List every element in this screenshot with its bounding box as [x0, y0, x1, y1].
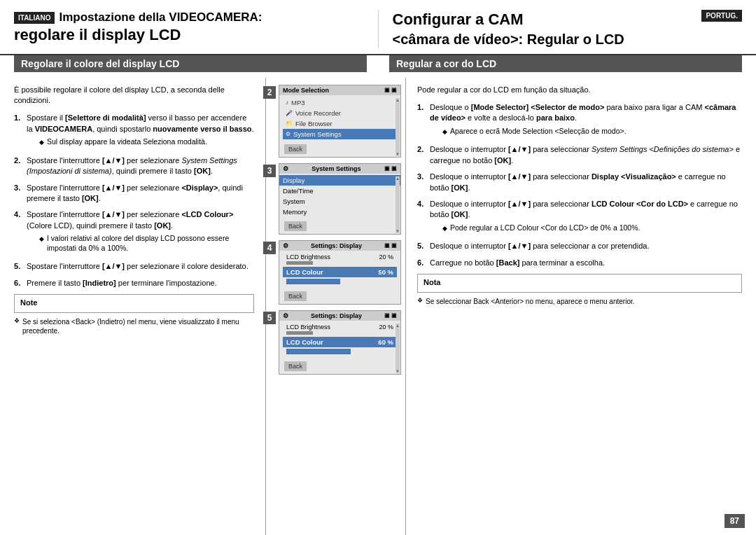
step-pt-6: Carregue no botão [Back] para terminar a…: [417, 258, 742, 268]
mp3-icon: ♪: [286, 99, 288, 106]
screen-3-system: System: [279, 196, 400, 207]
step-pt-5: Desloque o interruptor [▲/▼] para selecc…: [417, 241, 742, 251]
screen-2-item-mp3: ♪ MP3: [283, 97, 397, 108]
screen-5-colour-row: LCD Colour 60 %: [283, 337, 397, 347]
screen-3-display: Display: [279, 175, 400, 186]
screen-2-header: Mode Selection ▣ ▣: [279, 85, 400, 95]
screen-5-scrollbar: ▲ ▼: [396, 324, 400, 373]
screen-3-scrollbar: ▲ ▼: [396, 176, 400, 233]
screen-2: 2 Mode Selection ▣ ▣ ♪ MP3 🎤 Voice Recor…: [279, 85, 398, 158]
screen-2-item-file: 📁 File Browser: [283, 118, 397, 129]
bullet-italian-1: Sul display appare la videata Seleziona …: [39, 137, 254, 147]
header-right-title1: Configurar a CAM PORTUG.: [393, 10, 743, 30]
screen-2-scrollbar: ▲ ▼: [396, 98, 400, 156]
intro-italian: È possibile regolare il colore del displ…: [14, 85, 254, 106]
intro-portuguese: Pode regular a cor do LCD em função da s…: [417, 85, 742, 95]
screen-4-header: ⚙ Settings: Display ▣ ▣: [279, 241, 400, 251]
note-footer-italian: Se si seleziona <Back> (Indietro) nel me…: [14, 317, 254, 335]
screen-3: 3 ⚙ System Settings ▣ ▣ Display Date/Tim…: [279, 163, 398, 235]
col-italian: È possibile regolare il colore del displ…: [14, 78, 266, 535]
screen-5-header: ⚙ Settings: Display ▣ ▣: [279, 311, 400, 321]
screen-3-header: ⚙ System Settings ▣ ▣: [279, 164, 400, 174]
screen-5-brightness-row: LCD Brightness 20 %: [283, 323, 397, 331]
step-pt-1: Desloque o [Mode Selector] <Selector de …: [417, 102, 742, 139]
steps-portuguese: Desloque o [Mode Selector] <Selector de …: [417, 102, 742, 268]
scroll-down-5-icon: ▼: [396, 369, 400, 373]
header: ITALIANOImpostazione della VIDEOCAMERA: …: [0, 0, 756, 55]
step-italian-2: Spostare l'interruttore [▲/▼] per selezi…: [14, 155, 254, 177]
screen-4-lcd: ⚙ Settings: Display ▣ ▣ LCD Brightness 2…: [279, 240, 401, 305]
header-title-line2: regolare il display LCD: [14, 25, 364, 46]
screen-5-lcd: ⚙ Settings: Display ▣ ▣ LCD Brightness 2…: [279, 310, 401, 375]
nota-footer-portuguese: Se seleccionar Back <Anterior> no menu, …: [417, 297, 742, 306]
screens-middle: 2 Mode Selection ▣ ▣ ♪ MP3 🎤 Voice Recor…: [266, 78, 406, 535]
screen-5-number: 5: [263, 312, 276, 324]
screen-4-icons: ▣ ▣: [384, 242, 397, 249]
page-number: 87: [724, 514, 745, 528]
section-title-left: Regolare il colore del display LCD: [14, 55, 367, 72]
step-italian-1: Spostare il [Selettore di modalità] vers…: [14, 113, 254, 149]
steps-italian: Spostare il [Selettore di modalità] vers…: [14, 113, 254, 289]
note-box-italian: Note: [14, 294, 254, 313]
nota-box-portuguese: Nota: [417, 274, 742, 293]
scroll-down-icon: ▼: [396, 152, 400, 156]
step-italian-6: Premere il tasto [Indietro] per terminar…: [14, 278, 254, 289]
screen-5-icons: ▣ ▣: [384, 312, 397, 319]
portug-badge: PORTUG.: [701, 10, 742, 22]
screen-3-body: Display Date/Time System Memory: [279, 174, 400, 218]
screen-3-lcd: ⚙ System Settings ▣ ▣ Display Date/Time …: [279, 163, 401, 235]
step-italian-4: Spostare l'interruttore [▲/▼] per selezi…: [14, 209, 254, 256]
bullet-pt-1: Aparece o ecrã Mode Selection <Selecção …: [442, 127, 742, 137]
screen-4-back: Back: [284, 291, 307, 301]
section-title-right: Regular a cor do LCD: [389, 55, 742, 72]
header-right-title2: <câmara de vídeo>: Regular o LCD: [393, 30, 743, 48]
step-pt-2: Desloque o interruptor [▲/▼] para selecc…: [417, 144, 742, 166]
note-title-italian: Note: [20, 298, 248, 307]
screen-4-colour-row: LCD Colour 50 %: [283, 267, 397, 277]
bullet-pt-4: Pode regular a LCD Colour <Cor do LCD> d…: [442, 223, 742, 233]
screen-5: 5 ⚙ Settings: Display ▣ ▣ LCD Brightness…: [279, 310, 398, 375]
page-container: ITALIANOImpostazione della VIDEOCAMERA: …: [0, 0, 756, 535]
col-portuguese: Pode regular a cor do LCD em função da s…: [406, 78, 742, 535]
nota-title-portuguese: Nota: [424, 278, 736, 286]
step-pt-3: Desloque o interruptor [▲/▼] para selecc…: [417, 172, 742, 193]
screen-2-number: 2: [263, 86, 276, 99]
step-italian-5: Spostare l'interruttore [▲/▼] per selezi…: [14, 261, 254, 272]
screen-3-number: 3: [263, 165, 276, 177]
scroll-down-3-icon: ▼: [396, 229, 400, 233]
screen-2-item-system: ⚙ System Settings: [283, 129, 397, 139]
file-icon: 📁: [286, 120, 293, 127]
header-right: Configurar a CAM PORTUG. <câmara de víde…: [378, 10, 743, 48]
screen-4-body: LCD Brightness 20 % LCD Colour 50 %: [279, 251, 400, 289]
screen-4-brightness-row: LCD Brightness 20 %: [283, 253, 397, 261]
step-italian-3: Spostare l'interruttore [▲/▼] per selezi…: [14, 183, 254, 204]
screen-5-body: LCD Brightness 20 % LCD Colour 60 %: [279, 321, 400, 359]
screen-2-body: ♪ MP3 🎤 Voice Recorder 📁 File Browser ⚙ …: [279, 95, 400, 141]
screen-5-back: Back: [284, 361, 307, 371]
screen-2-item-voice: 🎤 Voice Recorder: [283, 108, 397, 118]
screen-2-back: Back: [284, 144, 307, 154]
system-icon: ⚙: [286, 131, 290, 137]
screen-4-number: 4: [263, 242, 276, 254]
scroll-up-3-icon: ▲: [396, 176, 400, 181]
step-pt-4: Desloque o interruptor [▲/▼] para selecc…: [417, 199, 742, 235]
screen-3-icons: ▣ ▣: [384, 165, 397, 172]
header-title-line1: ITALIANOImpostazione della VIDEOCAMERA:: [14, 10, 364, 25]
scroll-up-5-icon: ▲: [396, 324, 400, 328]
screen-2-icons: ▣ ▣: [384, 87, 397, 93]
screen-3-back: Back: [284, 221, 307, 231]
screen-2-lcd: Mode Selection ▣ ▣ ♪ MP3 🎤 Voice Recorde…: [279, 85, 401, 158]
scroll-up-icon: ▲: [396, 98, 400, 102]
screen-3-datetime: Date/Time: [279, 186, 400, 196]
screen-3-memory: Memory: [279, 207, 400, 217]
bullet-italian-4: I valori relativi al colore del display …: [39, 234, 254, 253]
header-left: ITALIANOImpostazione della VIDEOCAMERA: …: [14, 10, 378, 48]
italiano-badge: ITALIANO: [14, 12, 55, 24]
screen-4: 4 ⚙ Settings: Display ▣ ▣ LCD Brightness…: [279, 240, 398, 305]
voice-icon: 🎤: [286, 110, 293, 116]
